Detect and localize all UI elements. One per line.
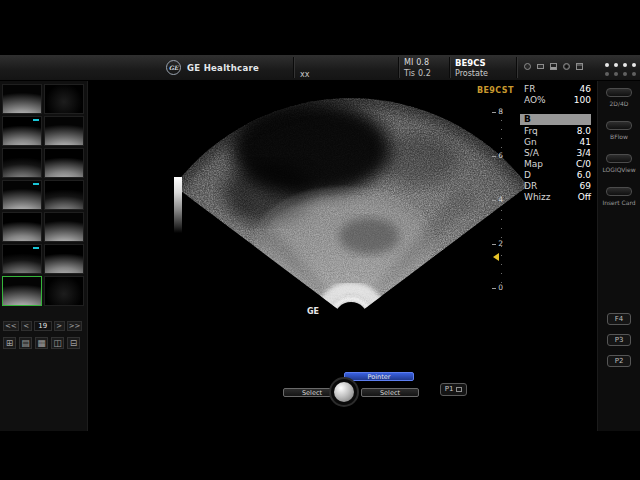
clipboard-tool-button[interactable]: ▦ bbox=[35, 337, 48, 349]
parameter-panel: FR 46 AO% 100 B Frq 8.0 Gn 41 bbox=[520, 84, 597, 203]
param-row: S/A 3/4 bbox=[520, 148, 597, 159]
depth-tick-icon bbox=[492, 156, 496, 157]
ge-logo-icon: GE bbox=[166, 60, 181, 75]
preset-name: Prostate bbox=[455, 69, 488, 78]
tis-readout: Tis0.2 bbox=[404, 69, 434, 78]
thumbnail[interactable] bbox=[2, 180, 42, 210]
side-button-label: LOGIQView bbox=[598, 166, 640, 173]
print-icon bbox=[456, 387, 462, 392]
param-label: Map bbox=[524, 159, 543, 170]
side-button-group: BFlow bbox=[598, 121, 640, 140]
depth-mark: 4 bbox=[485, 196, 503, 204]
param-label: D bbox=[524, 170, 531, 181]
clipboard-pager: << < 19 > >> bbox=[3, 321, 82, 331]
page-number: 19 bbox=[34, 321, 52, 331]
menu-dot-icon bbox=[605, 72, 609, 76]
header-bar: GE GE Healthcare xx MI0.8 Tis0.2 BE9CS P… bbox=[0, 55, 640, 81]
side-button[interactable] bbox=[606, 88, 632, 97]
parameter-mode-rows: Frq 8.0 Gn 41 S/A 3/4 Map C/0 bbox=[520, 126, 597, 203]
status-icon[interactable] bbox=[524, 63, 531, 70]
depth-mark: 6 bbox=[485, 152, 503, 160]
side-button-label: 2D/4D bbox=[598, 100, 640, 107]
side-button[interactable] bbox=[606, 154, 632, 163]
thumbnail[interactable] bbox=[44, 244, 84, 274]
param-value: 3/4 bbox=[577, 148, 591, 159]
clipboard-tool-button[interactable]: ▤ bbox=[19, 337, 32, 349]
mi-readout: MI0.8 bbox=[404, 58, 432, 67]
depth-mark: 8 bbox=[485, 108, 503, 116]
pointer-button[interactable]: Pointer bbox=[344, 372, 414, 381]
depth-tick-icon bbox=[492, 244, 496, 245]
thumbnail[interactable] bbox=[44, 84, 84, 114]
side-button-label: BFlow bbox=[598, 133, 640, 140]
p1-button[interactable]: P1 bbox=[440, 383, 467, 396]
status-icon[interactable] bbox=[563, 63, 570, 70]
function-key-button[interactable]: P3 bbox=[607, 334, 631, 346]
select-right-button[interactable]: Select bbox=[361, 388, 419, 397]
param-label: S/A bbox=[524, 148, 539, 159]
function-key-button[interactable]: P2 bbox=[607, 355, 631, 367]
clipboard-toolbar: ⊞▤▦◫⊟ bbox=[3, 337, 80, 349]
header-divider bbox=[449, 57, 450, 78]
status-icon-row bbox=[524, 63, 583, 70]
depth-mark: 2 bbox=[485, 240, 503, 248]
header-divider bbox=[293, 57, 294, 78]
function-key-button[interactable]: F4 bbox=[607, 313, 631, 325]
param-value: 6.0 bbox=[577, 170, 591, 181]
thumbnail[interactable] bbox=[44, 212, 84, 242]
side-button-groups: 2D/4D BFlow LOGIQView Insert Card bbox=[598, 88, 640, 206]
param-row: DR 69 bbox=[520, 181, 597, 192]
thumbnail[interactable] bbox=[44, 116, 84, 146]
side-button-label: Insert Card bbox=[598, 199, 640, 206]
clipboard-tool-button[interactable]: ⊞ bbox=[3, 337, 16, 349]
depth-tick-icon bbox=[492, 200, 496, 201]
focus-marker-icon[interactable] bbox=[493, 253, 499, 261]
ultrasound-display: GE BE9CST 8 6 4 bbox=[89, 81, 520, 431]
clipboard-tool-button[interactable]: ⊟ bbox=[67, 337, 80, 349]
thumbnail[interactable] bbox=[2, 84, 42, 114]
first-page-button[interactable]: << bbox=[3, 321, 19, 331]
side-button-column: 2D/4D BFlow LOGIQView Insert Card bbox=[597, 81, 640, 431]
thumbnail[interactable] bbox=[44, 180, 84, 210]
thumbnail[interactable] bbox=[2, 212, 42, 242]
next-page-button[interactable]: > bbox=[54, 321, 65, 331]
menu-dots[interactable] bbox=[605, 63, 636, 67]
thumbnail[interactable] bbox=[2, 244, 42, 274]
param-row: AO% 100 bbox=[520, 95, 597, 106]
trackball-icon[interactable] bbox=[329, 377, 359, 407]
side-button[interactable] bbox=[606, 187, 632, 196]
param-value: Off bbox=[578, 192, 591, 203]
vendor-mark: GE bbox=[307, 307, 319, 316]
header-divider bbox=[398, 57, 399, 78]
status-icon[interactable] bbox=[537, 64, 544, 69]
function-key-column: F4P3P2 bbox=[598, 313, 640, 376]
prev-page-button[interactable]: < bbox=[21, 321, 32, 331]
param-value: 100 bbox=[574, 95, 591, 106]
header-divider bbox=[516, 57, 517, 78]
parameter-top-rows: FR 46 AO% 100 bbox=[520, 84, 597, 106]
menu-dot-icon bbox=[614, 72, 618, 76]
param-row: D 6.0 bbox=[520, 170, 597, 181]
param-label: AO% bbox=[524, 95, 546, 106]
menu-dot-icon bbox=[623, 63, 627, 67]
thumbnail[interactable] bbox=[2, 116, 42, 146]
status-icon[interactable] bbox=[550, 63, 557, 70]
ultrasound-app-screen: GE GE Healthcare xx MI0.8 Tis0.2 BE9CS P… bbox=[0, 0, 640, 480]
thumbnail[interactable] bbox=[2, 148, 42, 178]
param-row: Map C/0 bbox=[520, 159, 597, 170]
clipboard-tool-button[interactable]: ◫ bbox=[51, 337, 64, 349]
side-button-group: LOGIQView bbox=[598, 154, 640, 173]
side-button-group: 2D/4D bbox=[598, 88, 640, 107]
thumbnail[interactable] bbox=[44, 148, 84, 178]
menu-dots-secondary[interactable] bbox=[605, 72, 636, 76]
status-icon[interactable] bbox=[576, 63, 583, 70]
side-button[interactable] bbox=[606, 121, 632, 130]
thumbnail[interactable] bbox=[44, 276, 84, 306]
menu-dot-icon bbox=[614, 63, 618, 67]
depth-tick-icon bbox=[492, 112, 496, 113]
param-label: Whizz bbox=[524, 192, 551, 203]
probe-name: BE9CS bbox=[455, 58, 486, 68]
thumbnail[interactable] bbox=[2, 276, 42, 306]
side-button-group: Insert Card bbox=[598, 187, 640, 206]
last-page-button[interactable]: >> bbox=[67, 321, 83, 331]
